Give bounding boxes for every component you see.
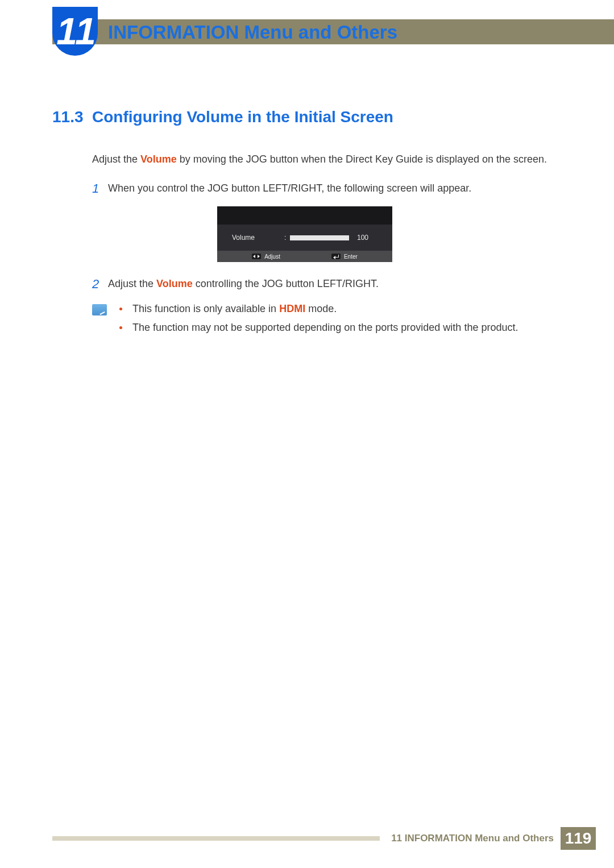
footer-bar [52, 836, 380, 841]
bullet-icon [119, 308, 122, 310]
osd-label: Volume [232, 234, 284, 242]
section-number: 11.3 [52, 108, 92, 126]
chapter-badge: 11 [52, 7, 98, 56]
chapter-number: 11 [56, 10, 93, 53]
footer-text: 11 INFORMATION Menu and Others [391, 833, 554, 844]
note-item: The function may not be supported depend… [119, 322, 553, 334]
section-heading: 11.3 Configuring Volume in the Initial S… [52, 108, 564, 126]
osd-hint-bar: Adjust Enter [217, 251, 392, 262]
footer: 11 INFORMATION Menu and Others 119 [52, 827, 596, 850]
bullet-icon [119, 326, 122, 329]
step-2: 2 Adjust the Volume controlling the JOG … [92, 277, 553, 292]
note-list: This function is only available in HDMI … [119, 303, 553, 340]
page-number: 119 [561, 827, 596, 850]
osd-hint-enter: Enter [331, 254, 358, 260]
note-block: This function is only available in HDMI … [92, 303, 553, 340]
step-text: Adjust the Volume controlling the JOG bu… [108, 277, 553, 290]
osd-screenshot: Volume : 100 Adjust Enter [217, 206, 392, 262]
step-number: 2 [92, 277, 108, 292]
step-number: 1 [92, 181, 108, 196]
step-1: 1 When you control the JOG button LEFT/R… [92, 181, 553, 196]
intro-paragraph: Adjust the Volume by moving the JOG butt… [92, 152, 553, 167]
content: 11.3 Configuring Volume in the Initial S… [52, 108, 564, 340]
osd-value: 100 [357, 234, 368, 242]
note-item: This function is only available in HDMI … [119, 303, 553, 315]
osd-top-strip [217, 206, 392, 225]
osd-row: Volume : 100 [217, 225, 392, 251]
enter-icon [331, 254, 341, 259]
osd-hint-adjust: Adjust [252, 254, 280, 260]
chapter-title: INFORMATION Menu and Others [108, 22, 397, 43]
step-text: When you control the JOG button LEFT/RIG… [108, 181, 553, 194]
note-icon [92, 304, 107, 315]
osd-bar [290, 235, 349, 240]
left-right-icon [252, 254, 261, 259]
osd-colon: : [284, 234, 290, 242]
section-title: Configuring Volume in the Initial Screen [92, 108, 393, 126]
